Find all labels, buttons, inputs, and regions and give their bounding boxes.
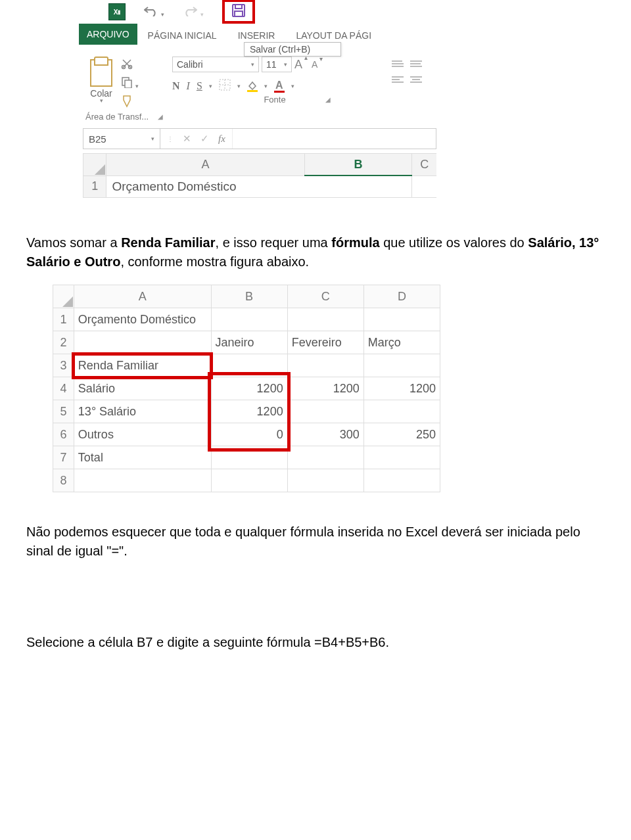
excel-ribbon-screenshot: X▮ ▾ ▾ ARQUIVO PÁGINA INICIAL INSERIR LA…	[79, 0, 440, 198]
tab-file[interactable]: ARQUIVO	[79, 24, 137, 45]
row-1[interactable]: 1	[53, 308, 74, 331]
font-group-label: Fonte	[264, 95, 285, 105]
svg-rect-1	[235, 5, 242, 9]
underline-button[interactable]: S	[197, 80, 202, 92]
cell-b5[interactable]: 1200	[211, 400, 287, 423]
cell-a6[interactable]: Outros	[74, 423, 211, 446]
save-button-highlight	[222, 0, 255, 24]
font-size-select[interactable]: 11▾	[262, 57, 292, 72]
col-c[interactable]: C	[287, 285, 363, 308]
worksheet-1: A B C 1 Orçamento Doméstico	[83, 153, 436, 198]
select-all-corner[interactable]	[83, 154, 106, 176]
excel-table-screenshot: A B C D 1 Orçamento Doméstico 2 Janeiro …	[53, 285, 440, 492]
row-4[interactable]: 4	[53, 377, 74, 400]
bold-button[interactable]: N	[172, 80, 180, 92]
font-name-select[interactable]: Calibri▾	[172, 57, 259, 72]
clipboard-group: Colar ▾ ▾ Área de Transf	[83, 54, 166, 122]
col-header-a[interactable]: A	[106, 154, 304, 176]
cell-a5[interactable]: 13° Salário	[74, 400, 211, 423]
col-header-b[interactable]: B	[304, 154, 412, 176]
font-launcher-icon[interactable]: ◢	[325, 96, 331, 103]
row-8[interactable]: 8	[53, 469, 74, 492]
alignment-group	[389, 54, 434, 122]
align-left-icon[interactable]	[392, 75, 404, 84]
font-color-icon[interactable]: A	[274, 80, 285, 93]
excel-icon: X▮	[108, 3, 126, 20]
fx-icon[interactable]: fx	[218, 133, 225, 145]
cell-a3[interactable]: Renda Familiar	[74, 354, 211, 377]
paragraph-2: Não podemos esquecer que toda e qualquer…	[26, 523, 605, 561]
cell-c6[interactable]: 300	[287, 423, 363, 446]
ribbon-content: Colar ▾ ▾ Área de Transf	[79, 53, 440, 122]
borders-icon[interactable]	[219, 79, 231, 93]
clipboard-group-label: Área de Transf...	[85, 112, 149, 122]
col-header-c[interactable]: C	[412, 154, 436, 176]
cell-c4[interactable]: 1200	[287, 377, 363, 400]
svg-rect-6	[125, 80, 131, 88]
quick-access-toolbar: X▮ ▾ ▾	[79, 0, 440, 24]
tab-home[interactable]: PÁGINA INICIAL	[137, 26, 227, 45]
paragraph-3: Selecione a célula B7 e digite a seguint…	[26, 633, 605, 652]
align-top-icon[interactable]	[392, 59, 404, 68]
paragraph-1: Vamos somar a Renda Familiar, e isso req…	[26, 233, 605, 271]
cell-a7[interactable]: Total	[74, 446, 211, 469]
select-all-corner[interactable]	[53, 285, 74, 308]
name-box[interactable]: B25▾	[83, 129, 160, 149]
confirm-icon[interactable]: ✓	[200, 133, 209, 145]
italic-button[interactable]: I	[187, 80, 190, 92]
redo-icon[interactable]: ▾	[183, 5, 203, 19]
align-middle-icon[interactable]	[410, 59, 422, 68]
paste-button[interactable]: Colar ▾	[85, 57, 117, 110]
clipboard-launcher-icon[interactable]: ◢	[158, 113, 163, 120]
save-tooltip: Salvar (Ctrl+B)	[244, 42, 341, 57]
row-7[interactable]: 7	[53, 446, 74, 469]
cell-b6[interactable]: 0	[211, 423, 287, 446]
col-a[interactable]: A	[74, 285, 211, 308]
row-6[interactable]: 6	[53, 423, 74, 446]
row-3[interactable]: 3	[53, 354, 74, 377]
cell-a1[interactable]: Orçamento Doméstico	[74, 308, 211, 331]
row-5[interactable]: 5	[53, 400, 74, 423]
fill-color-icon[interactable]	[247, 81, 258, 92]
cell-b4[interactable]: 1200	[211, 377, 287, 400]
fb-options-icon[interactable]: ⋮	[167, 135, 174, 143]
align-center-icon[interactable]	[410, 75, 422, 84]
cut-icon[interactable]	[121, 58, 139, 72]
undo-icon[interactable]: ▾	[144, 5, 164, 19]
row-2[interactable]: 2	[53, 331, 74, 354]
increase-font-icon[interactable]: A▴	[294, 58, 302, 72]
cell-a4[interactable]: Salário	[74, 377, 211, 400]
row-header-1[interactable]: 1	[83, 175, 106, 198]
cell-d2[interactable]: Março	[363, 331, 440, 354]
svg-rect-2	[235, 11, 243, 16]
cell-c2[interactable]: Fevereiro	[287, 331, 363, 354]
cell-b2[interactable]: Janeiro	[211, 331, 287, 354]
clipboard-icon	[90, 59, 112, 87]
format-painter-icon[interactable]	[121, 95, 139, 110]
cell-d4[interactable]: 1200	[363, 377, 440, 400]
copy-icon[interactable]: ▾	[121, 76, 139, 91]
formula-bar: B25▾ ⋮ ✕ ✓ fx	[83, 128, 436, 149]
decrease-font-icon[interactable]: A▾	[312, 59, 317, 70]
col-d[interactable]: D	[363, 285, 440, 308]
font-group: Calibri▾ 11▾ A▴ A▾ N I S ▾	[170, 54, 385, 122]
cancel-icon[interactable]: ✕	[183, 133, 191, 145]
col-b[interactable]: B	[211, 285, 287, 308]
cell-a1[interactable]: Orçamento Doméstico	[106, 175, 412, 198]
cell-d6[interactable]: 250	[363, 423, 440, 446]
save-icon[interactable]	[231, 9, 246, 20]
